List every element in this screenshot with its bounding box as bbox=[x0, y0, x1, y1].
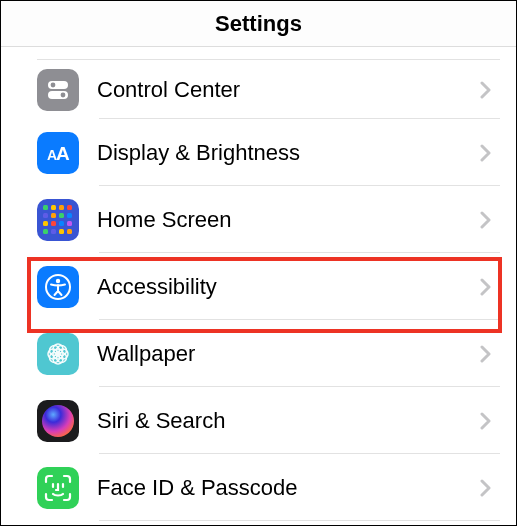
svg-text:A: A bbox=[56, 143, 70, 164]
page-title: Settings bbox=[215, 11, 302, 37]
control-center-icon bbox=[37, 69, 79, 111]
home-screen-icon bbox=[37, 199, 79, 241]
chevron-right-icon bbox=[480, 412, 492, 430]
chevron-right-icon bbox=[480, 144, 492, 162]
row-label: Siri & Search bbox=[97, 408, 480, 434]
row-siri-search[interactable]: Siri & Search bbox=[37, 387, 500, 454]
svg-point-1 bbox=[51, 82, 56, 87]
list-top-gap bbox=[1, 47, 516, 59]
wallpaper-icon bbox=[37, 333, 79, 375]
display-brightness-icon: A A bbox=[37, 132, 79, 174]
chevron-right-icon bbox=[480, 479, 492, 497]
header: Settings bbox=[1, 1, 516, 47]
accessibility-icon bbox=[37, 266, 79, 308]
row-label: Display & Brightness bbox=[97, 140, 480, 166]
chevron-right-icon bbox=[480, 278, 492, 296]
chevron-right-icon bbox=[480, 81, 492, 99]
svg-point-7 bbox=[56, 278, 60, 282]
row-label: Accessibility bbox=[97, 274, 480, 300]
row-label: Face ID & Passcode bbox=[97, 475, 480, 501]
row-control-center[interactable]: Control Center bbox=[37, 59, 500, 119]
row-label: Home Screen bbox=[97, 207, 480, 233]
row-wallpaper[interactable]: Wallpaper bbox=[37, 320, 500, 387]
row-display-brightness[interactable]: A A Display & Brightness bbox=[37, 119, 500, 186]
row-label: Wallpaper bbox=[97, 341, 480, 367]
row-label: Control Center bbox=[97, 77, 480, 103]
chevron-right-icon bbox=[480, 211, 492, 229]
svg-point-3 bbox=[61, 92, 66, 97]
chevron-right-icon bbox=[480, 345, 492, 363]
face-id-icon bbox=[37, 467, 79, 509]
row-home-screen[interactable]: Home Screen bbox=[37, 186, 500, 253]
settings-list: Control Center A A Display & Brightness … bbox=[1, 59, 516, 521]
siri-icon bbox=[37, 400, 79, 442]
row-face-id-passcode[interactable]: Face ID & Passcode bbox=[37, 454, 500, 521]
row-accessibility[interactable]: Accessibility bbox=[37, 253, 500, 320]
